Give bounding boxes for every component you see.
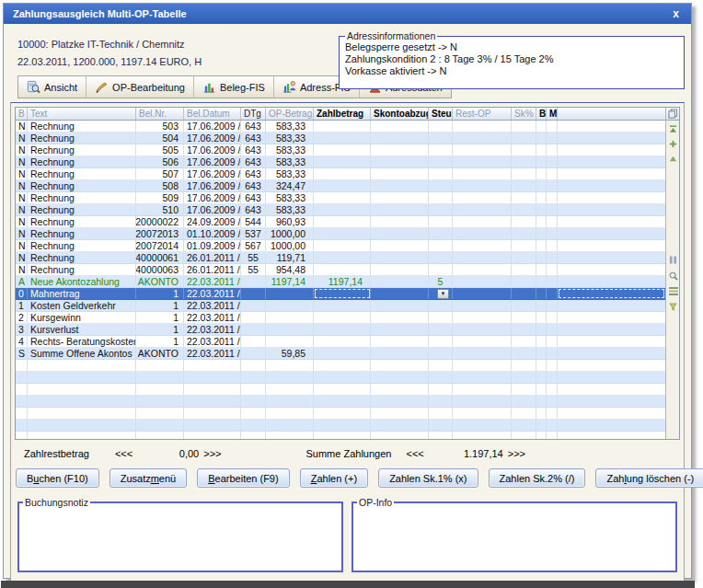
column-header[interactable]: Rest-OP <box>453 108 512 120</box>
table-row[interactable]: SSumme Offene AkontosAKONTO22.03.2011 /D… <box>16 348 665 360</box>
column-header[interactable]: OP-Betrag <box>266 108 314 120</box>
column-header[interactable]: DTg <box>241 108 266 120</box>
address-info-box: Adressinformationen Belegsperre gesetzt … <box>339 30 685 89</box>
buchen-button[interactable]: Buchen (F10) <box>16 468 99 488</box>
filter-icon[interactable] <box>668 302 678 312</box>
cell-empty <box>558 408 665 419</box>
zahlen-sk1-button[interactable]: Zahlen Sk.1% (x) <box>378 468 478 488</box>
cell-steue <box>429 312 453 323</box>
column-header[interactable]: M <box>547 108 558 120</box>
cell-zahl <box>314 216 371 227</box>
tab-op-bearbeitung[interactable]: OP-Bearbeitung <box>86 76 194 98</box>
table-row-empty[interactable] <box>16 360 665 372</box>
cell-date: 17.06.2009 /Mi <box>184 180 241 191</box>
table-row-empty[interactable] <box>16 384 665 396</box>
table-row-empty[interactable] <box>16 408 665 420</box>
cell-skonto <box>371 180 429 191</box>
cell-empty <box>558 180 665 191</box>
cell-empty <box>536 300 547 311</box>
cell-steue <box>429 121 453 132</box>
bearbeiten-button[interactable]: Bearbeiten (F9) <box>197 468 289 488</box>
column-header[interactable]: Text <box>28 108 136 120</box>
cell-op <box>266 312 314 323</box>
table-row[interactable]: NRechnung50317.06.2009 /Mi643583,33 <box>16 121 665 133</box>
table-row[interactable]: NRechnung4000006326.01.2011 /Mi55954,48 <box>16 264 665 276</box>
table-row[interactable]: NRechnung50617.06.2009 /Mi643583,33 <box>16 156 665 168</box>
cell-text <box>28 420 136 431</box>
zusatzmenue-button[interactable]: Zusatzmenü <box>109 468 188 488</box>
steue-dropdown[interactable]: ▼ <box>437 289 449 299</box>
cell-empty <box>512 133 536 144</box>
table-row[interactable]: NRechnung50917.06.2009 /Mi643583,33 <box>16 192 665 204</box>
table-row[interactable]: NRechnung50517.06.2009 /Mi643583,33 <box>16 144 665 156</box>
table-row-empty[interactable] <box>16 432 665 439</box>
cell-steue <box>429 180 453 191</box>
column-header[interactable]: Zahlbetrag <box>314 108 371 120</box>
table-row[interactable]: 0Mahnertrag122.03.2011 /Di▼ <box>16 288 665 300</box>
cell-nr <box>136 384 184 395</box>
column-header[interactable]: Sk% <box>512 108 536 120</box>
tab-beleg-fis[interactable]: Beleg-FIS <box>194 76 274 98</box>
copy-icon[interactable] <box>666 108 679 121</box>
table-row-empty[interactable] <box>16 420 665 432</box>
table-row[interactable]: ANeue AkontozahlungAKONTO22.03.2011 /Di1… <box>16 276 665 288</box>
table-row[interactable]: NRechnung2007201401.09.2009 /Di5671000,0… <box>16 240 665 252</box>
columns-icon[interactable] <box>668 255 678 265</box>
cell-op <box>266 372 314 383</box>
column-header[interactable]: Steue <box>429 108 453 120</box>
scroll-up-icon[interactable] <box>668 154 678 164</box>
cell-empty <box>547 168 558 179</box>
tab-ansicht[interactable]: Ansicht <box>18 76 86 98</box>
table-row[interactable]: NRechnung50817.06.2009 /Mi643324,47 <box>16 180 665 192</box>
add-row-icon[interactable] <box>668 139 678 149</box>
table-row[interactable]: 4Rechts- Beratungskosten122.03.2011 /Di <box>16 336 665 348</box>
table-row[interactable]: 2Kursgewinn122.03.2011 /Di <box>16 312 665 324</box>
cell-text: Rechnung <box>28 204 136 215</box>
column-header[interactable]: B <box>536 108 547 120</box>
table-row[interactable]: NRechnung50717.06.2009 /Mi643583,33 <box>16 168 665 180</box>
table-row[interactable]: NRechnung51017.06.2009 /Mi643583,33 <box>16 204 665 216</box>
cell-date: 22.03.2011 /Di <box>184 276 241 287</box>
column-header[interactable]: Skontoabzug <box>371 108 429 120</box>
close-button[interactable]: x <box>670 7 682 20</box>
search-icon[interactable] <box>668 271 678 281</box>
table-row[interactable]: 1Kosten Geldverkehr122.03.2011 /Di <box>16 300 665 312</box>
zahlen-sk2-button[interactable]: Zahlen Sk.2% (/) <box>489 468 586 488</box>
cell-empty <box>536 204 547 215</box>
column-header[interactable]: Bel.Datum <box>184 108 241 120</box>
cell-empty <box>547 360 558 371</box>
column-header[interactable]: Bel.Nr. <box>136 108 184 120</box>
table-row[interactable]: NRechnung2007201301.10.2009 /Do5371000,0… <box>16 228 665 240</box>
cell-nr: 20000022 <box>136 216 184 227</box>
cell-steue <box>429 133 453 144</box>
scroll-top-icon[interactable] <box>668 124 678 134</box>
table-row-empty[interactable] <box>16 396 665 408</box>
table-row-empty[interactable] <box>16 372 665 384</box>
cell-skonto <box>371 252 429 263</box>
table-row[interactable]: NRechnung50417.06.2009 /Mi643583,33 <box>16 133 665 144</box>
cell-flag: 3 <box>16 324 28 335</box>
cell-empty <box>512 192 536 203</box>
cell-empty <box>512 144 536 156</box>
table-row[interactable]: NRechnung2000002224.09.2009 /Do544960,93 <box>16 216 665 228</box>
cell-steue <box>429 336 453 347</box>
table-row[interactable]: NRechnung4000006126.01.2011 /Mi55119,71 <box>16 252 665 264</box>
column-header[interactable]: B <box>16 108 28 120</box>
op-info-area[interactable] <box>353 508 675 571</box>
zahlung-loeschen-button[interactable]: Zahlung löschen (-) <box>595 468 703 488</box>
booking-note-input[interactable] <box>19 508 341 571</box>
zahlen-button[interactable]: Zahlen (+) <box>300 468 368 488</box>
cell-steue <box>429 360 453 371</box>
records-icon[interactable] <box>668 286 678 296</box>
cell-zahl <box>314 252 371 263</box>
cell-op: 583,33 <box>266 144 314 156</box>
cell-skonto <box>371 300 429 311</box>
cell-empty <box>453 324 512 335</box>
cell-date: 01.09.2009 /Di <box>184 240 241 251</box>
cell-date: 22.03.2011 /Di <box>184 324 241 335</box>
cell-empty <box>558 228 665 239</box>
table-row[interactable]: 3Kursverlust122.03.2011 /Di <box>16 324 665 336</box>
button-accesskey: Z <box>311 473 317 484</box>
title-bar[interactable]: Zahlungsausgleich Multi-OP-Tabelle x <box>4 4 691 24</box>
cell-empty <box>512 168 536 179</box>
